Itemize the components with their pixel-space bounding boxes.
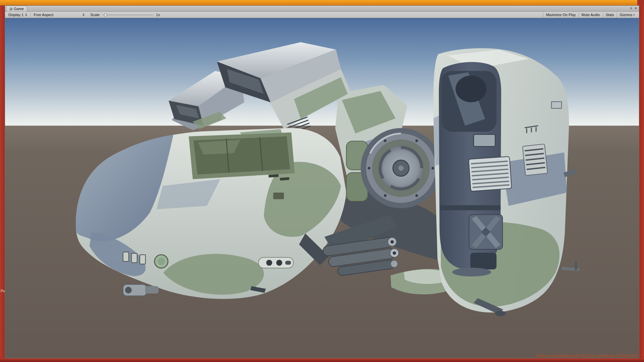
evaluation-watermark: Version d evaluation. Build 16241.rs_pre…	[536, 354, 637, 358]
frame-bottom-border	[0, 358, 644, 362]
game-tab-icon	[9, 7, 12, 10]
frame-corner	[637, 0, 644, 5]
scale-slider-knob[interactable]	[104, 13, 107, 16]
dropdown-arrows-icon	[83, 13, 85, 16]
frame-top-border	[0, 0, 644, 5]
aspect-dropdown-label: Free Aspect	[34, 13, 53, 17]
frame-left-border	[0, 0, 5, 362]
outer-louver	[523, 144, 548, 175]
x-panel	[469, 215, 503, 250]
cockpit-canopy	[189, 133, 295, 179]
panel-close-icon[interactable]: ✕	[635, 6, 637, 11]
aspect-dropdown[interactable]: Free Aspect	[32, 12, 86, 17]
toolbar-separator	[30, 13, 31, 17]
scale-value: 1x	[156, 13, 160, 17]
display-dropdown-label: Display 1	[8, 13, 23, 17]
chevron-down-icon: ▾	[633, 13, 635, 16]
edge-label: Po	[1, 289, 5, 293]
game-tab-bar: Game ≡ ✕	[5, 6, 639, 12]
panel-menu-icon[interactable]: ≡	[630, 6, 632, 11]
scale-slider[interactable]	[103, 12, 153, 17]
tab-game[interactable]: Game	[6, 6, 27, 11]
tab-game-label: Game	[14, 7, 24, 11]
game-panel: Game ≡ ✕ Display 1 Free Aspect Scale 1x …	[5, 5, 639, 358]
game-viewport[interactable]: Version d evaluation. Build 16241.rs_pre…	[5, 18, 639, 358]
ribbed-vent-panel	[468, 156, 511, 191]
dropdown-arrows-icon	[25, 13, 27, 16]
display-dropdown[interactable]: Display 1	[7, 12, 29, 17]
gizmos-button[interactable]: Gizmos ▾	[617, 12, 637, 17]
mute-audio-button[interactable]: Mute Audio	[579, 12, 603, 17]
stats-button[interactable]: Stats	[603, 12, 617, 17]
game-toolbar: Display 1 Free Aspect Scale 1x Maximize …	[5, 12, 639, 18]
frame-right-border	[639, 0, 644, 362]
scene-render	[5, 18, 639, 358]
scale-label: Scale	[90, 13, 100, 17]
maximize-on-play-button[interactable]: Maximize On Play	[543, 12, 579, 17]
